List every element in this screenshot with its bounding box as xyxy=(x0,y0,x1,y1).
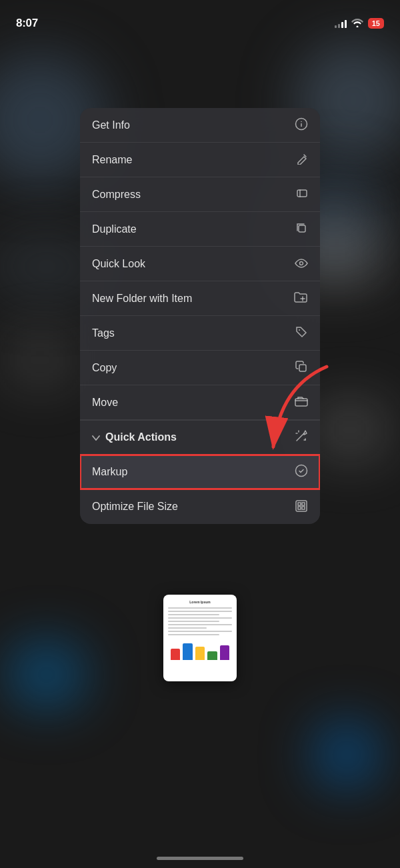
magic-wand-icon xyxy=(295,429,308,446)
svg-point-17 xyxy=(296,465,307,477)
copy-icon xyxy=(295,360,308,375)
svg-point-2 xyxy=(301,121,302,123)
home-indicator xyxy=(157,857,243,860)
status-icons: 15 xyxy=(335,18,384,29)
doc-content: Lorem Ipsum xyxy=(163,595,237,681)
doc-line-9 xyxy=(168,634,219,635)
svg-rect-19 xyxy=(298,503,301,505)
svg-rect-3 xyxy=(297,190,307,197)
info-icon xyxy=(295,117,308,133)
signal-bar-3 xyxy=(341,22,343,28)
menu-item-optimize-file-size[interactable]: Optimize File Size xyxy=(80,489,320,524)
quick-actions-header[interactable]: Quick Actions xyxy=(80,420,320,455)
bg-blob-white-2 xyxy=(313,400,387,460)
svg-line-12 xyxy=(297,433,304,441)
svg-point-6 xyxy=(300,261,303,265)
svg-rect-21 xyxy=(298,507,301,509)
svg-rect-5 xyxy=(299,225,305,232)
status-time: 8:07 xyxy=(16,17,38,30)
doc-line-7 xyxy=(168,627,207,629)
signal-bar-1 xyxy=(335,25,337,28)
markup-icon xyxy=(295,464,308,479)
tags-icon xyxy=(295,325,308,341)
chevron-down-icon xyxy=(92,433,100,443)
doc-line-3 xyxy=(168,614,219,615)
svg-rect-22 xyxy=(302,507,305,509)
duplicate-icon xyxy=(295,221,308,237)
rename-icon xyxy=(296,153,308,167)
bg-blob-4 xyxy=(7,641,87,708)
context-menu: Get Info Rename Compress xyxy=(80,108,320,524)
doc-line-1 xyxy=(168,607,232,609)
signal-bar-4 xyxy=(345,20,347,28)
doc-title: Lorem Ipsum xyxy=(168,600,232,604)
menu-item-duplicate[interactable]: Duplicate xyxy=(80,212,320,247)
menu-item-new-folder-with-item[interactable]: New Folder with Item xyxy=(80,281,320,316)
menu-item-move[interactable]: Move xyxy=(80,385,320,420)
bg-blob-white-3 xyxy=(7,333,73,387)
compress-icon xyxy=(296,187,308,201)
menu-item-copy[interactable]: Copy xyxy=(80,351,320,385)
menu-item-rename[interactable]: Rename xyxy=(80,143,320,177)
doc-line-4 xyxy=(168,617,232,619)
signal-icon xyxy=(335,19,347,28)
menu-item-get-info[interactable]: Get Info xyxy=(80,108,320,143)
status-bar: 8:07 15 xyxy=(0,0,400,37)
quick-actions-left: Quick Actions xyxy=(92,431,177,443)
optimize-icon xyxy=(295,499,308,515)
signal-bar-2 xyxy=(338,24,340,28)
svg-rect-11 xyxy=(295,399,307,406)
doc-line-2 xyxy=(168,611,232,612)
svg-rect-10 xyxy=(299,365,306,371)
chart-bar-4 xyxy=(207,651,217,660)
doc-line-6 xyxy=(168,624,232,625)
chart-bar-5 xyxy=(220,645,229,660)
bg-blob-5 xyxy=(313,721,380,788)
doc-line-5 xyxy=(168,621,219,622)
doc-line-8 xyxy=(168,631,232,632)
battery-indicator: 15 xyxy=(368,18,384,29)
svg-point-9 xyxy=(299,329,300,331)
chart-bar-1 xyxy=(171,649,180,660)
doc-chart xyxy=(168,641,232,660)
svg-rect-20 xyxy=(302,503,305,505)
chart-bar-3 xyxy=(195,647,205,660)
document-thumbnail: Lorem Ipsum xyxy=(163,595,237,681)
eye-icon xyxy=(295,258,308,270)
move-icon xyxy=(295,396,308,409)
menu-item-tags[interactable]: Tags xyxy=(80,316,320,351)
chart-bar-2 xyxy=(183,643,192,660)
wifi-icon xyxy=(351,18,363,29)
new-folder-icon xyxy=(293,291,308,305)
menu-item-quick-look[interactable]: Quick Look xyxy=(80,247,320,281)
menu-item-compress[interactable]: Compress xyxy=(80,177,320,212)
menu-item-markup[interactable]: Markup xyxy=(80,455,320,489)
